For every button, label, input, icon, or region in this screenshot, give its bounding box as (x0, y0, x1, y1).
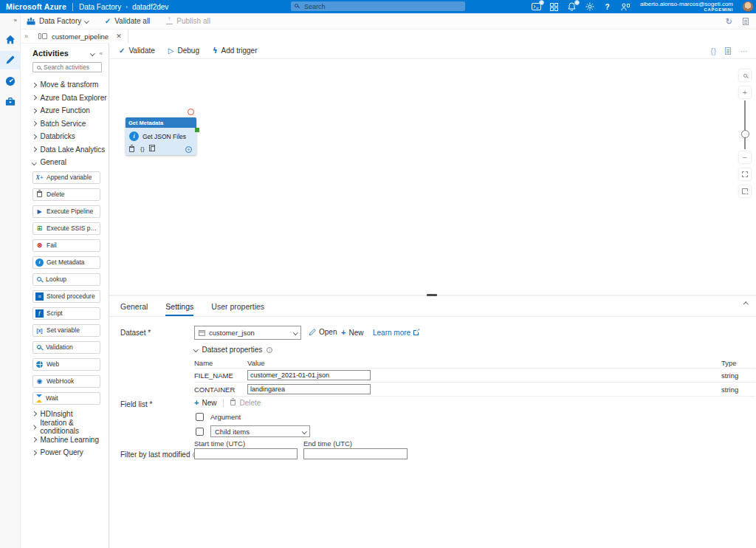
settings-gear-icon[interactable] (585, 2, 594, 12)
clone-node-icon[interactable] (151, 146, 155, 151)
container-value-input[interactable] (247, 384, 371, 394)
avatar[interactable] (743, 1, 753, 12)
cloud-shell-icon[interactable] (532, 2, 541, 12)
activity-item-delete[interactable]: Delete (32, 188, 100, 201)
breadcrumb-instance[interactable]: datadf2dev (132, 3, 169, 11)
chevron-down-icon (302, 429, 306, 434)
start-time-input[interactable] (194, 448, 298, 459)
field-row-child-items: Child items (196, 425, 310, 437)
tab-settings[interactable]: Settings (165, 302, 193, 316)
notifications-bell-icon[interactable] (567, 2, 577, 12)
canvas-search-button[interactable] (739, 69, 751, 81)
zoom-out-button[interactable]: − (739, 151, 751, 163)
play-icon: ▷ (168, 47, 174, 55)
row-checkbox[interactable] (196, 428, 204, 436)
activity-category-iteration-conditionals[interactable]: Iteration & conditionals (21, 420, 109, 434)
field-new-button[interactable]: + New (194, 398, 216, 407)
field-delete-button[interactable]: Delete (230, 399, 261, 407)
collapse-panel-icon[interactable]: « (100, 50, 103, 57)
tab-overflow-icon[interactable]: » (24, 32, 28, 40)
file-name-value-input[interactable] (247, 370, 371, 380)
activity-category-azure-data-explorer[interactable]: Azure Data Explorer (21, 92, 109, 105)
activity-item-execute-pipeline[interactable]: ▶Execute Pipeline (32, 205, 100, 218)
manage-nav-item[interactable] (0, 92, 21, 111)
activity-category-batch-service[interactable]: Batch Service (21, 117, 109, 131)
pipeline-canvas[interactable]: ✓ Validate ▷ Debug ϟ Add trigger { } ⋯ G… (109, 43, 756, 295)
execute-ssis-icon: ⊞ (35, 225, 44, 233)
factory-resources-dropdown[interactable]: Data Factory (27, 17, 89, 25)
zoom-in-button[interactable]: + (739, 86, 751, 98)
activity-category-general[interactable]: General (21, 156, 109, 169)
collapse-all-icon[interactable] (90, 51, 94, 55)
check-icon: ✓ (105, 17, 111, 25)
open-dataset-button[interactable]: Open (309, 328, 337, 336)
tab-user-properties[interactable]: User properties (211, 302, 264, 316)
activity-item-fail[interactable]: ⊗Fail (32, 239, 100, 252)
monitor-nav-item[interactable] (0, 72, 21, 90)
activities-search-input[interactable] (44, 64, 98, 71)
activity-item-webhook[interactable]: ◉WebHook (32, 375, 100, 388)
delete-node-icon[interactable] (129, 146, 134, 152)
validate-all-button[interactable]: ✓ Validate all (105, 17, 151, 25)
splitter-drag-handle[interactable] (427, 294, 437, 296)
dataset-select[interactable]: customer_json (194, 326, 301, 340)
column-header-name: Name (194, 359, 247, 367)
global-search-input[interactable] (291, 1, 465, 11)
output-connector[interactable] (195, 128, 199, 132)
publish-all-button[interactable]: Publish all (166, 17, 210, 25)
new-dataset-button[interactable]: + New (341, 328, 363, 337)
validate-button[interactable]: ✓ Validate (119, 47, 155, 55)
activity-category-data-lake-analytics[interactable]: Data Lake Analytics (21, 143, 109, 157)
activity-item-set-variable[interactable]: [x]Set variable (32, 324, 100, 337)
activity-category-move-transform[interactable]: Move & transform (21, 78, 109, 92)
properties-tabs: General Settings User properties (109, 296, 756, 317)
activity-item-wait[interactable]: Wait (32, 392, 100, 405)
home-nav-item[interactable] (0, 30, 21, 49)
end-time-input[interactable] (303, 448, 408, 459)
tab-general[interactable]: General (120, 302, 148, 316)
activity-item-script[interactable]: ƒScript (32, 307, 100, 320)
code-view-icon[interactable]: { } (711, 47, 715, 55)
reset-zoom-button[interactable] (739, 185, 751, 197)
select-all-checkbox[interactable] (196, 413, 204, 421)
refresh-icon[interactable]: ↻ (726, 17, 732, 27)
close-icon[interactable]: ✕ (116, 32, 122, 40)
collapse-panel-icon[interactable] (743, 302, 748, 306)
directory-icon[interactable] (549, 2, 559, 12)
activity-item-web[interactable]: Web (32, 358, 100, 371)
activity-item-get-metadata[interactable]: iGet Metadata (32, 256, 100, 269)
rail-expand-icon[interactable]: » (14, 17, 17, 24)
activity-category-power-query[interactable]: Power Query (21, 446, 109, 459)
activity-item-stored-procedure[interactable]: ≡Stored procedure (32, 290, 100, 303)
properties-icon[interactable] (725, 47, 731, 55)
breadcrumb-app[interactable]: Data Factory (79, 3, 121, 11)
azure-brand[interactable]: Microsoft Azure (6, 2, 66, 11)
review-changes-icon[interactable] (743, 18, 749, 25)
help-icon[interactable]: ? (602, 2, 612, 12)
learn-more-link[interactable]: Learn more (373, 329, 419, 337)
debug-button[interactable]: ▷ Debug (168, 47, 199, 55)
activity-category-azure-function[interactable]: Azure Function (21, 104, 109, 117)
fit-to-screen-button[interactable] (739, 168, 751, 180)
activity-item-execute-ssis-package[interactable]: ⊞Execute SSIS package (32, 222, 100, 235)
argument-select[interactable]: Child items (210, 425, 310, 437)
add-output-icon[interactable]: + (185, 146, 192, 153)
property-name: CONTAINER (194, 386, 247, 394)
activity-category-databricks[interactable]: Databricks (21, 130, 109, 143)
author-nav-item[interactable] (0, 51, 21, 69)
tab-customer-pipeline[interactable]: customer_pipeline ✕ (32, 30, 128, 43)
activity-category-machine-learning[interactable]: Machine Learning (21, 434, 109, 447)
dataset-properties-toggle[interactable]: Dataset properties i (194, 346, 272, 354)
activity-item-validation[interactable]: Validation (32, 341, 100, 354)
node-code-icon[interactable]: { } (140, 145, 144, 152)
feedback-icon[interactable] (620, 2, 630, 12)
more-actions-icon[interactable]: ⋯ (740, 47, 749, 55)
add-trigger-button[interactable]: ϟ Add trigger (213, 47, 258, 55)
user-account[interactable]: alberto.alonso-marcos@sogeti.com CAPGEMI… (640, 1, 733, 13)
get-metadata-activity-node[interactable]: Get Metadata i Get JSON Files { } + (126, 117, 196, 155)
activity-item-lookup[interactable]: Lookup (32, 273, 100, 286)
activity-item-append-variable[interactable]: X+Append variable (32, 171, 100, 184)
zoom-slider[interactable] (744, 100, 746, 149)
chevron-right-icon (32, 121, 36, 126)
zoom-slider-handle[interactable] (741, 130, 749, 138)
